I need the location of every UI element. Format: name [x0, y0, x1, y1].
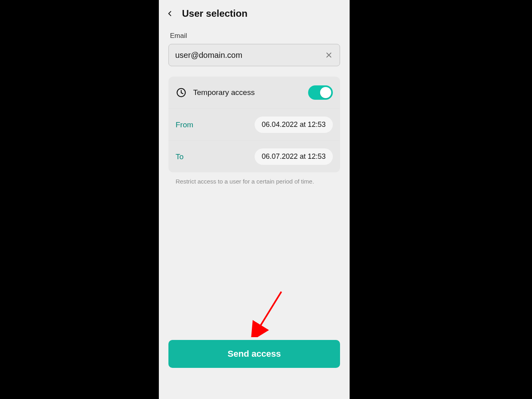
from-label: From: [176, 120, 193, 129]
close-icon: [325, 51, 332, 59]
header: User selection: [159, 0, 350, 27]
spacer: [168, 185, 340, 340]
from-row: From 06.04.2022 at 12:53: [168, 109, 340, 140]
email-label: Email: [170, 32, 340, 40]
toggle-knob: [320, 87, 331, 98]
clear-input-button[interactable]: [322, 48, 336, 62]
send-access-button[interactable]: Send access: [168, 340, 340, 368]
temporary-access-card: Temporary access From 06.04.2022 at 12:5…: [168, 77, 340, 172]
email-input-wrap[interactable]: [168, 44, 340, 66]
temp-access-label: Temporary access: [193, 88, 255, 97]
content: Email Temporary access: [159, 27, 350, 340]
to-value[interactable]: 06.07.2022 at 12:53: [255, 148, 333, 165]
temp-access-row: Temporary access: [168, 77, 340, 109]
email-field[interactable]: [175, 51, 320, 60]
to-row: To 06.07.2022 at 12:53: [168, 140, 340, 172]
page-title: User selection: [182, 8, 247, 19]
temp-access-hint: Restrict access to a user for a certain …: [176, 178, 339, 185]
back-button[interactable]: [161, 5, 179, 22]
app-screen: User selection Email: [159, 0, 350, 399]
cta-wrap: Send access: [159, 340, 350, 399]
temp-access-row-left: Temporary access: [176, 87, 255, 98]
chevron-left-icon: [167, 9, 173, 18]
clock-icon: [176, 87, 187, 98]
from-value[interactable]: 06.04.2022 at 12:53: [255, 117, 333, 133]
temp-access-toggle[interactable]: [308, 85, 333, 100]
to-label: To: [176, 152, 184, 161]
